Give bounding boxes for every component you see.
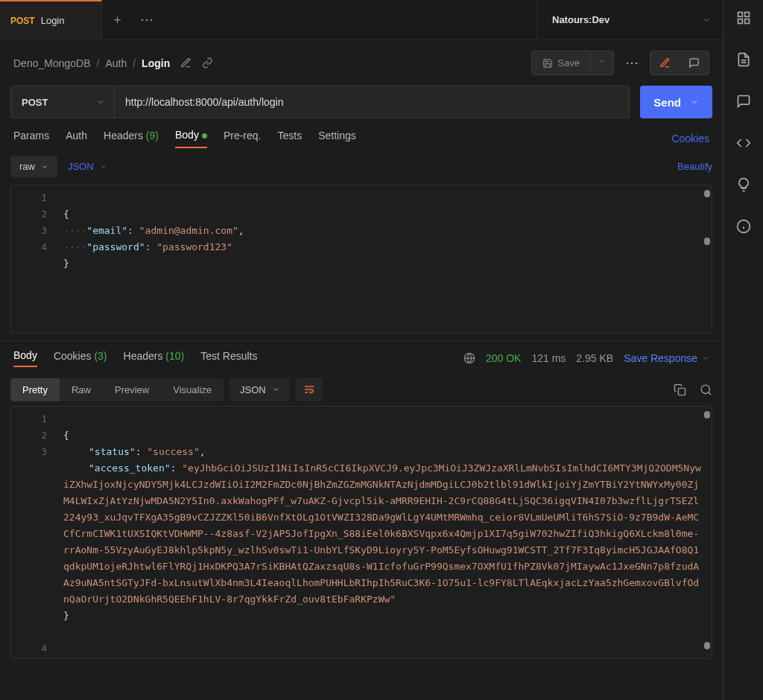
save-button[interactable]: Save: [531, 51, 591, 75]
comments-icon[interactable]: [736, 94, 751, 109]
more-actions-button[interactable]: [621, 62, 642, 65]
svg-point-8: [701, 385, 709, 393]
scrollbar-thumb[interactable]: [704, 642, 710, 649]
svg-point-4: [631, 62, 633, 64]
status-size: 2.95 KB: [576, 352, 613, 364]
info-icon[interactable]: [736, 219, 751, 234]
response-subtabs: Body Cookies (3) Headers (10) Test Resul…: [0, 341, 723, 373]
wrap-lines-button[interactable]: [296, 378, 323, 401]
comment-mode-button[interactable]: [680, 51, 709, 74]
chevron-down-icon: [702, 16, 711, 25]
svg-point-2: [151, 19, 153, 21]
edit-mode-button[interactable]: [650, 51, 680, 74]
svg-rect-7: [678, 388, 685, 395]
documentation-icon[interactable]: [736, 52, 751, 67]
request-body-editor[interactable]: 1 2 3 4 { ····"email": "admin@admin.com"…: [10, 185, 712, 334]
code-icon[interactable]: [736, 136, 751, 150]
tab-tests[interactable]: Tests: [277, 130, 302, 147]
chevron-down-icon: [690, 98, 699, 106]
breadcrumb-seg-2[interactable]: Login: [142, 57, 170, 69]
svg-rect-10: [744, 13, 749, 17]
url-input[interactable]: [115, 86, 630, 118]
save-response-button[interactable]: Save Response: [624, 352, 709, 364]
body-format-select[interactable]: JSON: [68, 161, 107, 172]
edit-icon[interactable]: [180, 57, 191, 69]
svg-point-1: [146, 19, 148, 21]
view-raw[interactable]: Raw: [60, 378, 103, 401]
scrollbar-thumb[interactable]: [704, 238, 710, 245]
new-tab-button[interactable]: [102, 5, 132, 35]
cookies-link[interactable]: Cookies: [671, 133, 709, 144]
svg-point-5: [636, 62, 638, 64]
svg-rect-9: [738, 13, 742, 17]
body-type-select[interactable]: raw: [10, 156, 57, 177]
resp-tab-cookies[interactable]: Cookies (3): [54, 350, 107, 366]
tab-login[interactable]: POST Login: [0, 0, 102, 39]
overview-icon[interactable]: [736, 10, 751, 25]
breadcrumb-seg-1[interactable]: Auth: [105, 57, 127, 69]
environment-name: Natours:Dev: [552, 14, 610, 25]
search-icon[interactable]: [700, 384, 712, 396]
method-value: POST: [22, 97, 48, 108]
resp-tab-test-results[interactable]: Test Results: [200, 350, 257, 366]
tab-overflow-button[interactable]: [132, 5, 162, 35]
tab-headers[interactable]: Headers (9): [104, 130, 159, 147]
link-icon[interactable]: [202, 57, 213, 69]
beautify-button[interactable]: Beautify: [677, 161, 712, 172]
send-label: Send: [653, 96, 681, 109]
response-format-select[interactable]: JSON: [229, 378, 290, 401]
breadcrumb: Deno_MongoDB / Auth / Login: [13, 57, 170, 69]
tab-settings[interactable]: Settings: [318, 130, 356, 147]
tab-body[interactable]: Body: [175, 129, 207, 148]
globe-icon[interactable]: [463, 352, 475, 364]
view-preview[interactable]: Preview: [103, 378, 161, 401]
environment-select[interactable]: Natours:Dev: [536, 0, 723, 39]
breadcrumb-seg-0[interactable]: Deno_MongoDB: [13, 57, 91, 69]
method-select[interactable]: POST: [10, 86, 115, 118]
scrollbar-thumb[interactable]: [704, 411, 710, 419]
save-label: Save: [557, 57, 580, 69]
view-toggle: [650, 51, 709, 75]
request-subtabs: Params Auth Headers (9) Body Pre-req. Te…: [0, 129, 723, 156]
right-sidebar: [723, 0, 763, 700]
response-body-editor[interactable]: 1 2 3 4 { "status": "success", "access_t…: [10, 406, 712, 659]
copy-icon[interactable]: [674, 384, 686, 396]
svg-point-3: [627, 62, 629, 64]
resp-tab-headers[interactable]: Headers (10): [124, 350, 185, 366]
scrollbar-thumb[interactable]: [704, 190, 710, 197]
status-time: 121 ms: [531, 352, 566, 364]
line-gutter: 1 2 3 4: [11, 411, 56, 658]
tab-bar: POST Login Natours:Dev: [0, 0, 723, 40]
response-view-mode: Pretty Raw Preview Visualize: [10, 378, 224, 401]
view-pretty[interactable]: Pretty: [10, 378, 60, 401]
tab-method-badge: POST: [10, 16, 35, 26]
line-gutter: 1 2 3 4: [11, 190, 56, 333]
status-code: 200 OK: [486, 352, 521, 364]
save-dropdown[interactable]: [591, 51, 614, 75]
chevron-down-icon: [96, 98, 105, 106]
tab-prereq[interactable]: Pre-req.: [224, 130, 262, 147]
lightbulb-icon[interactable]: [736, 177, 751, 192]
tab-auth[interactable]: Auth: [66, 130, 87, 147]
tab-params[interactable]: Params: [13, 130, 49, 147]
tab-title: Login: [41, 15, 65, 26]
svg-rect-11: [738, 19, 742, 24]
send-button[interactable]: Send: [640, 86, 712, 118]
view-visualize[interactable]: Visualize: [161, 378, 224, 401]
svg-point-0: [142, 19, 144, 21]
resp-tab-body[interactable]: Body: [13, 349, 37, 367]
svg-rect-12: [744, 19, 749, 24]
